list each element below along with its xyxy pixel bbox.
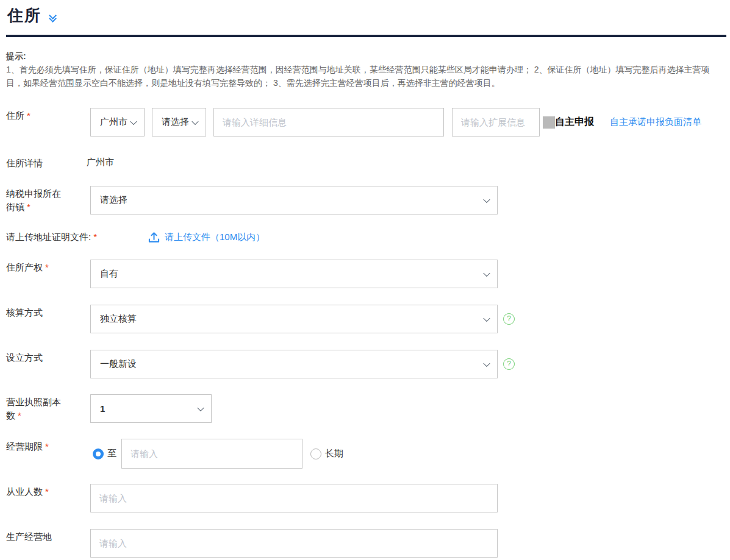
chevron-down-icon <box>197 404 204 411</box>
address-extension-input[interactable] <box>453 108 539 136</box>
required-mark: * <box>27 202 30 212</box>
tips-heading: 提示: <box>6 49 724 63</box>
address-label: 住所* <box>6 108 90 122</box>
row-address-detail: 住所详情 广州市 <box>6 155 724 170</box>
address-detail-value: 广州市 <box>87 155 114 168</box>
upload-icon <box>148 232 160 243</box>
tax-street-select[interactable]: 请选择 <box>90 186 498 214</box>
chevron-down-icon <box>483 269 490 276</box>
term-until-radio[interactable] <box>93 448 104 459</box>
row-license-copies: 营业执照副本数* 1 <box>6 394 724 423</box>
term-longterm-label: 长期 <box>325 448 343 459</box>
employees-input-wrap <box>90 484 498 512</box>
chevron-down-icon <box>483 314 490 321</box>
term-date-input-wrap <box>121 439 302 469</box>
term-longterm-radio[interactable] <box>310 448 321 459</box>
row-address: 住所* 广州市 请选择 自主申报 <box>6 108 724 136</box>
required-mark: * <box>45 262 49 272</box>
row-establishment-method: 设立方式 一般新设 ? <box>6 350 724 378</box>
tax-street-label: 纳税申报所在街镇* <box>6 186 90 214</box>
row-tax-street: 纳税申报所在街镇* 请选择 <box>6 186 724 214</box>
section-title: 住所 <box>7 5 41 26</box>
business-term-label: 经营期限* <box>6 439 90 453</box>
row-employees: 从业人数* <box>6 484 724 512</box>
term-date-input[interactable] <box>122 439 302 468</box>
negative-list-link[interactable]: 自主承诺申报负面清单 <box>610 116 701 128</box>
chevron-down-icon <box>191 118 198 124</box>
row-business-term: 经营期限* 至 长期 <box>6 439 724 469</box>
row-accounting-method: 核算方式 独立核算 ? <box>6 305 724 333</box>
address-detail-input[interactable] <box>214 108 443 136</box>
production-site-input-wrap <box>90 529 498 558</box>
term-until-label: 至 <box>107 448 116 459</box>
property-right-label: 住所产权* <box>6 260 90 274</box>
accounting-method-select[interactable]: 独立核算 <box>90 305 498 333</box>
employees-input[interactable] <box>91 484 497 512</box>
chevron-down-icon <box>130 118 137 124</box>
address-detail-label: 住所详情 <box>6 155 90 170</box>
row-production-site: 生产经营地 <box>6 529 724 558</box>
city-select[interactable]: 广州市 <box>90 108 145 136</box>
address-form: 住所* 广州市 请选择 自主申报 <box>6 108 724 558</box>
tips-body: 1、首先必须先填写住所，保证住所（地址）填写完整再选择经营范围，因经营范围与地址… <box>6 63 724 90</box>
license-copies-select[interactable]: 1 <box>90 394 212 423</box>
required-mark: * <box>45 441 49 452</box>
license-copies-label: 营业执照副本数* <box>6 394 90 422</box>
tips-block: 提示: 1、首先必须先填写住所，保证住所（地址）填写完整再选择经营范围，因经营范… <box>6 49 724 90</box>
district-select[interactable]: 请选择 <box>152 108 206 136</box>
required-mark: * <box>93 232 97 242</box>
address-extension-input-wrap <box>452 108 540 136</box>
address-section: 住所 提示: 1、首先必须先填写住所，保证住所（地址）填写完整再选择经营范围，因… <box>0 0 730 558</box>
row-property-right: 住所产权* 自有 <box>6 260 724 288</box>
section-header: 住所 <box>6 5 724 26</box>
required-mark: * <box>18 410 21 420</box>
section-divider <box>6 35 726 37</box>
required-mark: * <box>27 110 30 121</box>
production-site-label: 生产经营地 <box>6 529 90 544</box>
self-declaration-checkbox[interactable] <box>543 116 555 129</box>
help-icon[interactable]: ? <box>503 358 515 370</box>
address-detail-input-wrap <box>213 108 444 136</box>
row-upload-proof: 请上传地址证明文件:* 请上传文件（10M以内） <box>6 230 724 244</box>
establishment-method-select[interactable]: 一般新设 <box>90 350 498 378</box>
upload-proof-label: 请上传地址证明文件:* <box>6 230 148 244</box>
upload-link-text: 请上传文件（10M以内） <box>165 232 265 243</box>
chevron-down-icon <box>483 360 490 366</box>
help-icon[interactable]: ? <box>503 313 515 325</box>
establishment-method-label: 设立方式 <box>6 350 90 364</box>
double-chevron-down-icon[interactable] <box>50 13 55 21</box>
upload-file-button[interactable]: 请上传文件（10M以内） <box>148 232 265 243</box>
self-declaration-label: 自主申报 <box>555 116 594 129</box>
chevron-down-icon <box>483 196 490 202</box>
production-site-input[interactable] <box>91 530 497 557</box>
property-right-select[interactable]: 自有 <box>90 260 498 288</box>
employees-label: 从业人数* <box>6 484 90 498</box>
accounting-method-label: 核算方式 <box>6 305 90 319</box>
required-mark: * <box>45 486 49 497</box>
